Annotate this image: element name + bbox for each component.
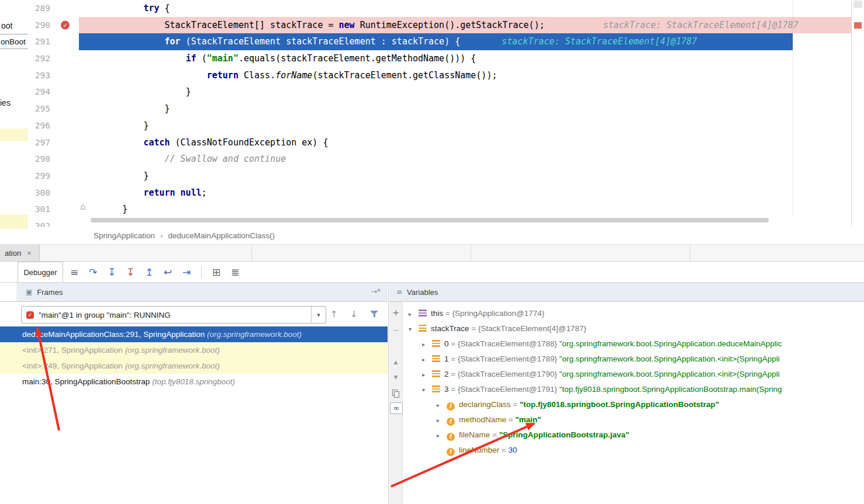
scroll-down-icon[interactable]: ▼ — [389, 374, 402, 380]
gutter-line-302[interactable]: 302 — [28, 218, 79, 227]
gutter-line-298[interactable]: 298 — [28, 151, 79, 168]
close-icon[interactable]: × — [27, 249, 32, 258]
panel-splitter[interactable] — [388, 283, 389, 504]
run-to-cursor-icon[interactable]: ⇥ — [180, 266, 193, 278]
breadcrumb-item-method[interactable]: deduceMainApplicationClass() — [168, 231, 275, 240]
horizontal-scrollbar[interactable] — [91, 218, 769, 223]
thread-selector[interactable]: ✓ "main"@1 in group "main": RUNNING ▾ — [21, 306, 326, 324]
gutter-line-293[interactable]: 293 — [28, 67, 79, 84]
code-line-289[interactable]: try { — [79, 0, 851, 17]
code-line-293[interactable]: return Class.forName(stackTraceElement.g… — [79, 67, 851, 84]
tree-chevron-icon[interactable]: ▸ — [437, 413, 445, 428]
variable-row-0[interactable]: ▸0 = {StackTraceElement@1788} "org.sprin… — [403, 336, 864, 352]
gutter-line-294[interactable]: 294 — [28, 84, 79, 100]
code-line-297[interactable]: catch (ClassNotFoundException ex) { — [79, 134, 851, 151]
right-margin-guide — [793, 0, 793, 217]
frame-row[interactable]: deduceMainApplicationClass:291, SpringAp… — [0, 326, 388, 342]
vertical-scrollbar[interactable] — [851, 0, 864, 245]
code-line-292[interactable]: if ("main".equals(stackTraceElement.getM… — [79, 50, 851, 67]
copy-stack-icon[interactable] — [392, 390, 399, 397]
frame-package: (org.springframework.boot) — [125, 346, 220, 354]
gutter-line-289[interactable]: 289 — [28, 0, 79, 17]
breakpoint-icon[interactable]: ✓ — [61, 21, 70, 30]
tree-chevron-icon[interactable]: ▸ — [437, 428, 445, 443]
error-stripe-breakpoint-mark[interactable] — [854, 22, 862, 29]
variable-row-stackTrace[interactable]: ▾stackTrace = {StackTraceElement[4]@1787… — [403, 321, 864, 336]
code-editor[interactable]: 289290✓291292293294295296297298299300301… — [28, 0, 851, 227]
code-line-299[interactable]: } — [79, 168, 851, 185]
gutter-line-296[interactable]: 296 — [28, 117, 79, 134]
tree-chevron-icon[interactable]: ▸ — [409, 307, 417, 322]
tree-chevron-icon[interactable]: ▸ — [422, 337, 430, 352]
scrollbar-thumb[interactable] — [853, 1, 862, 8]
code-area[interactable]: try { StackTraceElement[] stackTrace = n… — [79, 0, 851, 227]
project-item-fragment[interactable]: ies — [0, 98, 11, 107]
watch-toggle-icon[interactable]: ∞ — [390, 402, 403, 414]
step-out-icon[interactable]: ↥ — [143, 266, 155, 278]
panel-arrow-icon[interactable]: →* — [371, 287, 381, 296]
step-into-icon[interactable]: ↧ — [105, 266, 118, 278]
previous-frame-icon[interactable]: ↑ — [330, 309, 338, 319]
variable-row-methodName[interactable]: ▸fmethodName = "main" — [403, 412, 864, 427]
force-step-into-icon[interactable]: ↧ — [124, 266, 137, 278]
next-frame-icon[interactable]: ↓ — [350, 309, 358, 319]
frame-row[interactable]: <init>:249, SpringApplication (org.sprin… — [0, 358, 388, 374]
code-line-291[interactable]: for (StackTraceElement stackTraceElement… — [79, 33, 851, 50]
gutter-line-297[interactable]: 297 — [28, 134, 79, 151]
code-line-301[interactable]: } — [79, 201, 851, 218]
scroll-up-icon[interactable]: ▲ — [389, 359, 402, 365]
step-over-icon[interactable]: ↷ — [87, 266, 99, 278]
tree-chevron-icon[interactable]: ▸ — [422, 352, 430, 367]
tree-chevron-icon[interactable]: ▾ — [409, 322, 417, 337]
code-line-294[interactable]: } — [79, 84, 851, 100]
element-icon — [432, 355, 440, 362]
tree-chevron-icon[interactable]: ▸ — [437, 398, 445, 413]
chevron-down-icon[interactable]: ▾ — [311, 307, 326, 323]
editor-gutter[interactable]: 289290✓291292293294295296297298299300301… — [28, 0, 79, 227]
frame-row[interactable]: <init>:271, SpringApplication (org.sprin… — [0, 342, 388, 358]
code-line-298[interactable]: // Swallow and continue — [79, 151, 851, 168]
code-line-300[interactable]: return null; — [79, 185, 851, 201]
line-number: 301 — [28, 201, 50, 218]
tree-chevron-icon[interactable]: ▸ — [422, 367, 430, 383]
variable-string-value: "org.springframework.boot.SpringApplicat… — [559, 339, 782, 348]
variable-row-declaringClass[interactable]: ▸fdeclaringClass = "top.fjy8018.springbo… — [403, 397, 864, 412]
remove-watch-icon[interactable]: − — [389, 325, 402, 335]
code-text: } — [79, 103, 170, 114]
variable-row-this[interactable]: ▸this = {SpringApplication@1774} — [403, 306, 864, 321]
project-item-fragment[interactable]: oot — [1, 21, 12, 30]
variable-row-2[interactable]: ▸2 = {StackTraceElement@1790} "org.sprin… — [403, 367, 864, 382]
variable-row-fileName[interactable]: ▸ffileName = "SpringApplicationBootstrap… — [403, 427, 864, 443]
layout-settings-icon[interactable]: ≣ — [229, 266, 241, 278]
gutter-line-295[interactable]: 295 — [28, 100, 79, 117]
code-text: StackTraceElement[] stackTrace = new Run… — [79, 20, 799, 30]
filter-frames-icon[interactable] — [370, 310, 378, 318]
code-text: } — [79, 204, 127, 214]
restore-layout-icon[interactable]: ≡ — [68, 266, 81, 278]
gutter-line-300[interactable]: 300 — [28, 185, 79, 201]
variable-name: stackTrace — [431, 324, 469, 333]
frame-row[interactable]: main:30, SpringApplicationBootstrap (top… — [0, 374, 388, 390]
gutter-line-292[interactable]: 292 — [28, 50, 79, 67]
tab-debugger[interactable]: Debugger — [18, 262, 63, 282]
frame-method: main:30, SpringApplicationBootstrap — [22, 377, 152, 386]
run-config-tab[interactable]: ation × — [0, 245, 40, 261]
code-line-295[interactable]: } — [79, 100, 851, 117]
line-number: 302 — [28, 218, 50, 227]
tree-chevron-icon[interactable]: ▾ — [422, 383, 430, 398]
code-text: return null; — [79, 187, 207, 198]
gutter-line-290[interactable]: 290✓ — [28, 17, 79, 34]
frame-method: <init>:271, SpringApplication — [22, 346, 125, 354]
variable-row-1[interactable]: ▸1 = {StackTraceElement@1789} "org.sprin… — [403, 352, 864, 367]
variable-row-3[interactable]: ▾3 = {StackTraceElement@1791} "top.fjy80… — [403, 382, 864, 397]
gutter-line-299[interactable]: 299 — [28, 168, 79, 185]
code-line-290[interactable]: StackTraceElement[] stackTrace = new Run… — [79, 17, 851, 34]
drop-frame-icon[interactable]: ↩ — [161, 266, 174, 278]
view-as-table-icon[interactable]: ⊞ — [210, 266, 223, 278]
code-line-296[interactable]: } — [79, 117, 851, 134]
variable-row-lineNumber[interactable]: flineNumber = 30 — [403, 443, 864, 458]
gutter-line-301[interactable]: 301 — [28, 201, 79, 218]
breadcrumb-item-class[interactable]: SpringApplication — [94, 231, 155, 240]
gutter-line-291[interactable]: 291 — [28, 33, 79, 50]
add-watch-icon[interactable]: + — [389, 308, 402, 317]
